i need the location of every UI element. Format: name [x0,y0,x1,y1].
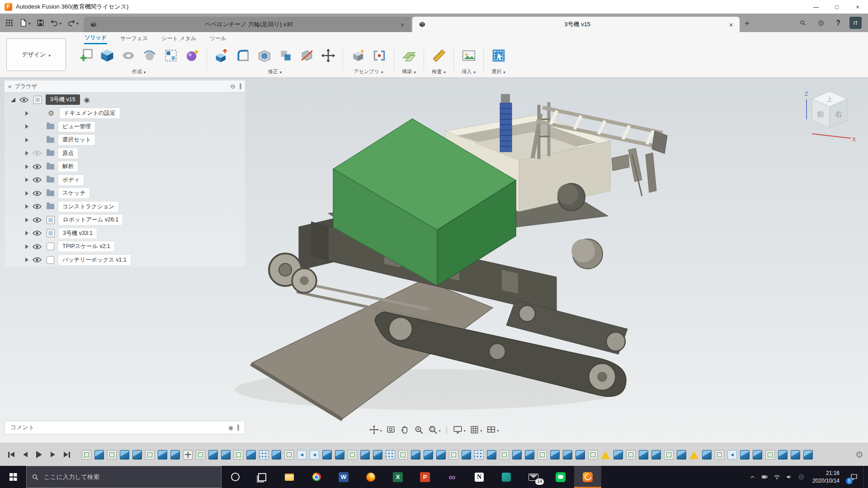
user-avatar[interactable]: IT [849,17,862,29]
timeline-feature-icon[interactable] [335,450,344,460]
taskbar-app-button[interactable] [222,466,249,488]
browser-tree-row[interactable]: 3号機 v33:1 [5,227,245,240]
timeline-feature-icon[interactable] [664,450,674,460]
taskbar-clock[interactable]: 21:16 2020/10/14 [807,469,844,485]
timeline-feature-icon[interactable] [449,450,458,460]
ribbon-tool-button[interactable] [458,45,479,66]
taskbar-app-button[interactable]: 14 [520,466,547,488]
timeline-go-to-end-button[interactable] [63,451,71,459]
expand-arrow-icon[interactable] [25,258,28,262]
ribbon-tab[interactable]: シート メタル [161,34,197,44]
tree-item-label[interactable]: 原点 [58,148,78,159]
taskbar-app-button[interactable] [439,466,466,488]
tree-item-label[interactable]: ビュー管理 [58,122,95,132]
ribbon-tab[interactable]: ツール [209,34,227,44]
visibility-eye-icon[interactable] [33,191,42,196]
expand-arrow-icon[interactable] [25,178,28,182]
save-button[interactable] [34,16,47,30]
app-grid-button[interactable] [3,16,16,30]
tree-item-label[interactable]: バッテリーボックス v1:1 [58,255,131,265]
timeline-feature-icon[interactable] [727,450,737,460]
timeline-feature-icon[interactable] [170,450,180,460]
timeline-feature-icon[interactable] [778,450,788,460]
tree-item-label[interactable]: ドキュメントの設定 [60,108,120,118]
timeline-feature-icon[interactable] [284,450,294,460]
tree-item-label[interactable]: コンストラクション [58,202,118,212]
timeline-feature-icon[interactable] [158,450,167,460]
ribbon-group-label[interactable]: アセンブリ [354,67,383,75]
ribbon-group-label[interactable]: 検査 [432,67,446,75]
ribbon-group-label[interactable]: 挿入 [462,67,476,75]
timeline-feature-icon[interactable] [588,450,598,460]
ribbon-tool-button[interactable] [118,45,139,66]
search-input[interactable] [43,473,216,481]
timeline-feature-icon[interactable] [500,450,509,460]
visibility-eye-icon[interactable] [33,244,42,249]
timeline-feature-icon[interactable] [702,450,712,460]
ribbon-tool-button[interactable] [139,45,160,66]
tree-item-label[interactable]: ロボットアーム v26:1 [59,215,123,225]
visibility-eye-icon[interactable] [33,164,42,169]
battery-icon[interactable] [759,466,771,488]
browser-tree-row[interactable]: TPIPスケール v2:1 [5,240,245,253]
timeline-feature-icon[interactable] [132,450,142,460]
close-tab-icon[interactable]: × [729,21,733,28]
timeline-feature-icon[interactable] [436,450,446,460]
action-center-button[interactable]: 5 [844,466,863,488]
expand-arrow-icon[interactable] [25,191,28,196]
browser-tree-row[interactable]: 選択セット [5,133,245,147]
document-tab-peperoncino[interactable]: ペペロンチーノ 六輪(足回り) v30 × [84,17,411,32]
timeline-feature-icon[interactable] [487,450,496,460]
timeline-feature-icon[interactable] [246,450,256,460]
browser-tree-row[interactable]: 原点 [5,147,245,160]
redo-button[interactable] [65,16,81,30]
taskbar-app-button[interactable] [547,466,574,488]
browser-tree-row[interactable]: ドキュメントの設定 [5,107,245,120]
comment-marker-icon[interactable] [228,424,233,431]
root-document-label[interactable]: 3号機 v15 [46,94,80,105]
workspace-selector[interactable]: デザイン [6,38,66,71]
visibility-eye-icon[interactable] [33,204,42,209]
taskbar-app-button[interactable] [357,466,384,488]
nav-tool[interactable] [414,425,424,435]
panel-display-toggle-icon[interactable] [230,83,236,90]
browser-tree-row[interactable]: ロボットアーム v26:1 [5,213,245,227]
ribbon-tool-button[interactable] [254,45,275,66]
taskbar-app-button[interactable] [411,466,439,488]
ribbon-tool-button[interactable] [181,45,203,66]
timeline-feature-icon[interactable] [310,450,319,460]
ribbon-tool-button[interactable] [428,45,449,66]
ribbon-tool-button[interactable] [368,45,390,66]
browser-tree-row[interactable]: ボディ [5,174,245,187]
expand-arrow-icon[interactable] [25,244,28,249]
ribbon-tool-button[interactable] [488,45,509,66]
timeline-feature-icon[interactable] [398,450,408,460]
viewport-3d[interactable]: Z X 上 前 右 ブラウザ [0,78,868,443]
wifi-icon[interactable] [771,466,783,488]
timeline-options-gear-icon[interactable] [855,449,863,460]
tree-item-label[interactable]: ボディ [58,175,84,185]
timeline-feature-icon[interactable] [715,450,724,460]
nav-tool[interactable] [446,426,447,434]
timeline-feature-icon[interactable] [512,450,522,460]
timeline-step-back-button[interactable] [22,451,28,458]
timeline-go-to-start-button[interactable] [7,451,15,459]
ribbon-tool-button[interactable] [398,45,420,66]
help-button[interactable]: ? [833,19,843,28]
activate-component-radio-icon[interactable] [84,96,90,104]
timeline-feature-icon[interactable] [208,450,218,460]
timeline-feature-icon[interactable] [791,450,800,460]
close-tab-icon[interactable]: × [401,21,405,28]
timeline-feature-icon[interactable] [94,450,104,460]
timeline-feature-icon[interactable] [651,450,661,460]
timeline-feature-icon[interactable] [373,450,382,460]
visibility-eye-icon[interactable] [33,257,42,263]
timeline-feature-icon[interactable] [803,450,813,460]
timeline-feature-icon[interactable] [538,450,547,460]
browser-tree-row[interactable]: ビュー管理 [5,120,245,134]
timeline-feature-icon[interactable] [82,450,91,460]
minimize-button[interactable]: — [806,0,826,14]
ribbon-tool-button[interactable] [317,45,339,66]
expand-arrow-icon[interactable] [25,111,28,116]
taskbar-app-button[interactable] [466,466,493,488]
